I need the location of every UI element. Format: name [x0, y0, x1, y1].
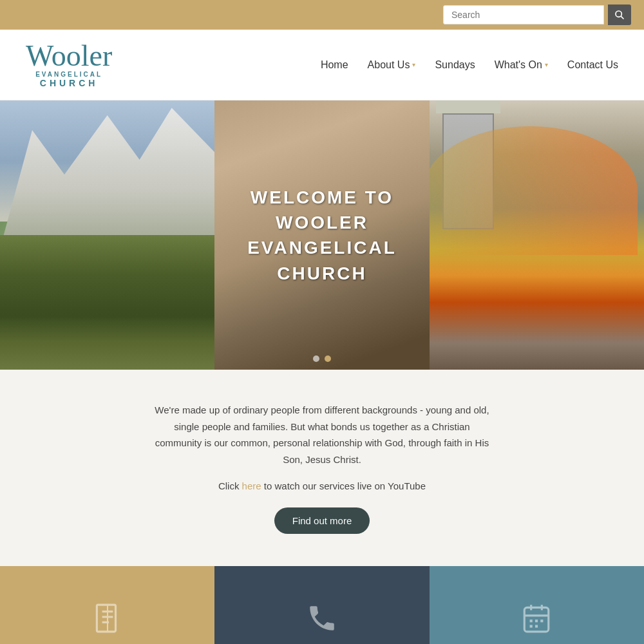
hero-panel-right — [430, 100, 644, 370]
logo-evangelical: EVANGELICAL — [26, 71, 112, 78]
youtube-text: Click here to watch our services live on… — [26, 480, 618, 491]
svg-rect-13 — [541, 620, 544, 622]
svg-rect-11 — [530, 620, 533, 622]
calendar-icon — [520, 602, 553, 634]
svg-rect-2 — [97, 605, 115, 632]
hero-slider: WELCOME TO WOOLER EVANGELICAL CHURCH — [0, 100, 644, 370]
mountain-land — [0, 235, 214, 370]
logo: Wooler EVANGELICAL CHURCH — [26, 41, 112, 88]
slider-dots — [313, 355, 331, 362]
nav-whats-on[interactable]: What's On ▾ — [495, 59, 548, 71]
nav-home[interactable]: Home — [321, 59, 348, 71]
search-button[interactable] — [608, 5, 631, 25]
tile-calendar[interactable]: CALENDAR — [430, 566, 644, 644]
slider-dot-2[interactable] — [325, 355, 331, 362]
tile-contact[interactable]: GET IN TOUCH — [214, 566, 429, 644]
description-text: We're made up of ordinary people from di… — [155, 402, 489, 468]
top-bar — [0, 0, 644, 30]
svg-line-1 — [621, 16, 623, 19]
svg-rect-14 — [530, 625, 533, 627]
search-input[interactable] — [443, 5, 604, 24]
mountain-scene — [0, 100, 214, 370]
svg-rect-12 — [535, 620, 538, 622]
main-nav: Home About Us ▾ Sundays What's On ▾ Cont… — [321, 59, 618, 71]
logo-wooler: Wooler — [26, 41, 112, 71]
book-icon — [91, 602, 124, 634]
slider-dot-1[interactable] — [313, 355, 319, 362]
hero-text: WELCOME TO WOOLER EVANGELICAL CHURCH — [247, 185, 397, 286]
nav-sundays[interactable]: Sundays — [435, 59, 475, 71]
search-container — [443, 5, 631, 25]
youtube-link[interactable]: here — [242, 480, 261, 491]
content-section: We're made up of ordinary people from di… — [0, 370, 644, 566]
chevron-down-icon: ▾ — [412, 61, 415, 68]
hero-panel-center: WELCOME TO WOOLER EVANGELICAL CHURCH — [214, 100, 429, 370]
nav-contact-us[interactable]: Contact Us — [567, 59, 618, 71]
search-icon — [614, 10, 625, 20]
tile-sundays[interactable]: SUNDAYS — [0, 566, 214, 644]
find-out-more-button[interactable]: Find out more — [274, 507, 370, 534]
hero-title: WELCOME TO WOOLER EVANGELICAL CHURCH — [247, 185, 397, 286]
header: Wooler EVANGELICAL CHURCH Home About Us … — [0, 30, 644, 100]
tiles-section: SUNDAYS GET IN TOUCH CALENDAR — [0, 566, 644, 644]
logo-church: CHURCH — [26, 78, 112, 88]
nav-about-us[interactable]: About Us ▾ — [368, 59, 416, 71]
svg-rect-15 — [535, 625, 538, 627]
hero-panel-left — [0, 100, 214, 370]
phone-icon — [306, 602, 338, 634]
chevron-down-icon-2: ▾ — [545, 61, 548, 68]
svg-rect-7 — [525, 607, 549, 632]
